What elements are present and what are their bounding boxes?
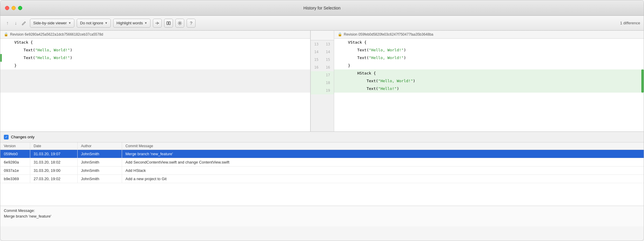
- right-code-line: VStack {: [334, 39, 644, 46]
- viewer-dropdown[interactable]: Side-by-side viewer ▼: [30, 19, 74, 28]
- left-change-indicator: [0, 54, 2, 62]
- cell-date: 27.03.20, 19:02: [30, 175, 77, 183]
- right-added-line: Text("Hello, World!"): [334, 77, 644, 85]
- col-header-author: Author: [77, 142, 122, 150]
- right-code-line: Text("Hello, World!"): [334, 46, 644, 54]
- gutter-line: 17: [311, 71, 334, 79]
- cell-message: Add HStack: [122, 167, 644, 175]
- right-code-line: }: [334, 62, 644, 69]
- bottom-section: ✓ Changes only Version Date Author Commi…: [0, 131, 644, 226]
- table-row[interactable]: 6e9280a 31.03.20, 18:02 JohnSmith Add Se…: [0, 158, 644, 167]
- commit-message-area: Commit Message: Merge branch 'new_featur…: [0, 206, 644, 226]
- cell-author: JohnSmith: [77, 175, 122, 183]
- settings-button[interactable]: [175, 19, 184, 28]
- svg-rect-0: [167, 22, 168, 25]
- sync-button[interactable]: [153, 19, 162, 28]
- columns-button[interactable]: [164, 19, 173, 28]
- right-code-line: Text("Hello, World!"): [334, 54, 644, 62]
- cell-date: 31.03.20, 18:02: [30, 158, 77, 167]
- gutter-line: 16 16: [311, 64, 334, 71]
- title-bar: History for Selection: [0, 0, 644, 16]
- ignore-dropdown-arrow: ▼: [105, 21, 108, 25]
- left-pane-content[interactable]: VStack { Text("Hello, World!") Text("Hel…: [0, 39, 310, 131]
- right-pane: 🔒 Revision 059feb0d5820fe03c6247f750477f…: [334, 31, 644, 131]
- gutter-line: 19: [311, 87, 334, 94]
- right-added-line: HStack {: [334, 69, 644, 77]
- left-code-line: Text("Hello, World!"): [0, 46, 310, 54]
- left-pane: 🔒 Revision 6e9280a425a5622a1dcb75666182c…: [0, 31, 310, 131]
- cell-message: Add a new project to Git: [122, 175, 644, 183]
- commit-message-label: Commit Message:: [4, 208, 640, 213]
- history-table[interactable]: Version Date Author Commit Message 059fe…: [0, 142, 644, 206]
- nav-arrows: ↑ ↓: [4, 20, 28, 27]
- cell-version: 059feb0: [0, 150, 30, 158]
- cell-date: 31.03.20, 19:00: [30, 167, 77, 175]
- up-arrow-icon[interactable]: ↑: [4, 20, 11, 27]
- left-code-line: Text("Hello, World!"): [0, 54, 310, 62]
- left-empty-line: [0, 69, 310, 77]
- help-button[interactable]: ?: [187, 19, 196, 28]
- right-pane-content[interactable]: VStack { Text("Hello, World!") Text("Hel…: [334, 39, 644, 131]
- close-button[interactable]: [5, 6, 9, 10]
- toolbar: ↑ ↓ Side-by-side viewer ▼ Do not ignore …: [0, 16, 644, 31]
- col-header-message: Commit Message: [122, 142, 644, 150]
- diff-count: 1 difference: [620, 21, 640, 25]
- gutter: 13 13 14 14 15 15 16 16 17: [310, 31, 334, 131]
- cell-version: b9e3369: [0, 175, 30, 183]
- ignore-dropdown[interactable]: Do not ignore ▼: [77, 19, 111, 28]
- col-header-version: Version: [0, 142, 30, 150]
- gutter-line: 18: [311, 79, 334, 87]
- traffic-lights: [5, 6, 22, 10]
- table-row[interactable]: 059feb0 31.03.20, 19:07 JohnSmith Merge …: [0, 150, 644, 158]
- right-scroll-indicator: [641, 69, 644, 93]
- changes-header: ✓ Changes only: [0, 132, 644, 142]
- lock-icon-right: 🔒: [338, 32, 342, 37]
- changes-only-label: Changes only: [11, 135, 35, 139]
- main-window: History for Selection ↑ ↓ Side-by-side v…: [0, 0, 644, 241]
- left-empty-line: [0, 85, 310, 93]
- cell-date: 31.03.20, 19:07: [30, 150, 77, 158]
- table-row[interactable]: 0937a1e 31.03.20, 19:00 JohnSmith Add HS…: [0, 167, 644, 175]
- svg-rect-1: [169, 22, 170, 25]
- left-code-line: VStack {: [0, 39, 310, 46]
- table-row[interactable]: b9e3369 27.03.20, 19:02 JohnSmith Add a …: [0, 175, 644, 183]
- highlight-dropdown[interactable]: Highlight words ▼: [113, 19, 150, 28]
- gutter-line: 15 15: [311, 56, 334, 64]
- diff-area: 🔒 Revision 6e9280a425a5622a1dcb75666182c…: [0, 31, 644, 131]
- svg-point-2: [179, 22, 181, 24]
- left-code-line: }: [0, 62, 310, 69]
- table-header-row: Version Date Author Commit Message: [0, 142, 644, 150]
- right-added-line: Text("Hello!"): [334, 85, 644, 93]
- viewer-dropdown-arrow: ▼: [68, 21, 71, 25]
- maximize-button[interactable]: [18, 6, 22, 10]
- right-pane-header: 🔒 Revision 059feb0d5820fe03c6247f750477f…: [334, 31, 644, 39]
- changes-only-checkbox[interactable]: ✓: [4, 135, 9, 139]
- highlight-dropdown-arrow: ▼: [144, 21, 147, 25]
- gutter-header: [311, 31, 334, 40]
- cell-author: JohnSmith: [77, 158, 122, 167]
- cell-message: Add SecondContentView.swift and change C…: [122, 158, 644, 167]
- minimize-button[interactable]: [12, 6, 16, 10]
- cell-version: 6e9280a: [0, 158, 30, 167]
- window-title: History for Selection: [303, 6, 340, 10]
- commit-message-text: Merge branch 'new_feature': [4, 214, 640, 218]
- edit-icon[interactable]: [20, 20, 28, 27]
- gutter-lines: 13 13 14 14 15 15 16 16 17: [311, 40, 334, 131]
- lock-icon-left: 🔒: [4, 32, 8, 37]
- cell-version: 0937a1e: [0, 167, 30, 175]
- gutter-line: 14 14: [311, 48, 334, 56]
- gutter-line: 13 13: [311, 40, 334, 48]
- down-arrow-icon[interactable]: ↓: [12, 20, 19, 27]
- cell-author: JohnSmith: [77, 150, 122, 158]
- left-pane-header: 🔒 Revision 6e9280a425a5622a1dcb75666182c…: [0, 31, 310, 39]
- cell-message: Merge branch 'new_feature': [122, 150, 644, 158]
- col-header-date: Date: [30, 142, 77, 150]
- left-empty-line: [0, 77, 310, 85]
- cell-author: JohnSmith: [77, 167, 122, 175]
